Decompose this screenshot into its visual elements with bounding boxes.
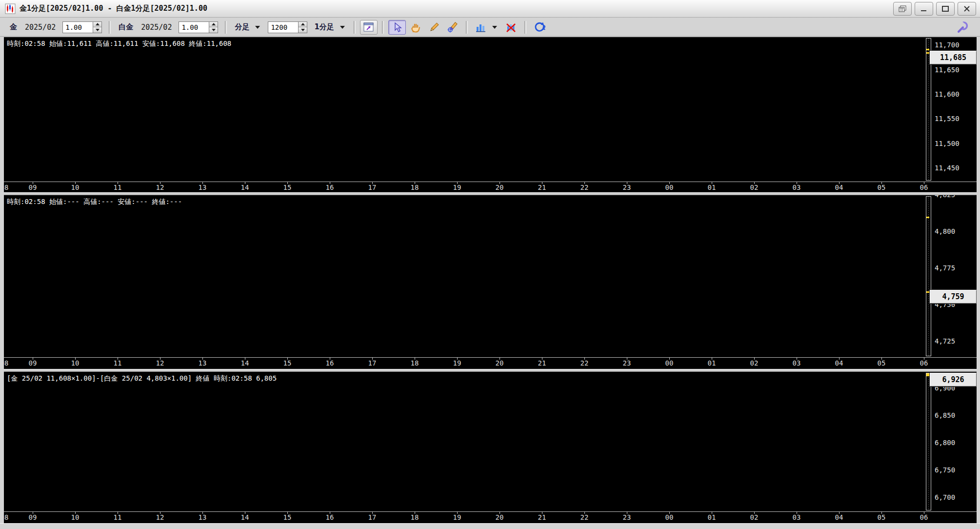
- bar-type-dropdown[interactable]: 分足: [235, 22, 249, 32]
- marker-draw-icon: [446, 21, 459, 33]
- x-axis-label: 14: [238, 513, 252, 521]
- y-axis-label: 6,750: [935, 466, 976, 474]
- chart-select-button[interactable]: [360, 20, 378, 35]
- marker-tool-button[interactable]: [444, 20, 461, 35]
- window-titlebar[interactable]: 金1分足[2025/02]1.00 - 白金1分足[2025/02]1.00: [0, 0, 980, 18]
- interval-dropdown[interactable]: 1分足: [314, 22, 334, 32]
- x-axis-label: 18: [407, 183, 422, 191]
- indicator-add-button[interactable]: [472, 20, 490, 35]
- y-axis-label: 11,450: [935, 164, 976, 172]
- close-button[interactable]: [958, 2, 976, 16]
- chart-panel-background: 4,8254,8004,7754,7504,7254,759: [0, 195, 977, 357]
- spin-up-button[interactable]: [209, 22, 218, 28]
- x-axis-label: 03: [789, 183, 804, 191]
- x-axis-label: 11: [110, 183, 125, 191]
- x-axis-label: 10: [68, 183, 82, 191]
- x-axis-label: 02: [747, 359, 761, 367]
- pencil-tool-button[interactable]: [425, 20, 443, 35]
- restore-windows-button[interactable]: [893, 2, 912, 16]
- x-axis-label: 15: [280, 359, 295, 367]
- indicator-chart-icon: [475, 22, 487, 33]
- spin-down-button[interactable]: [93, 27, 101, 33]
- panel-separator: [0, 192, 980, 195]
- x-axis-label: 02: [747, 513, 761, 521]
- toolbar-separator: [109, 21, 111, 34]
- x-axis-label: 16: [322, 359, 337, 367]
- x-axis-label: 16: [322, 183, 337, 191]
- x-axis-label: 12: [153, 359, 167, 367]
- x-axis-label: 20: [492, 513, 507, 521]
- dropdown-arrow-icon[interactable]: [255, 26, 260, 29]
- x-axis-label: 17: [365, 513, 380, 521]
- dropdown-arrow-icon[interactable]: [492, 26, 497, 29]
- last-price-mark: [926, 52, 929, 54]
- x-axis-label: 02: [747, 183, 761, 191]
- platinum-symbol-label: 白金: [119, 22, 133, 32]
- spread-info: [金 25/02 11,608×1.00]-[白金 25/02 4,803×1.…: [7, 374, 277, 383]
- gold-contract-month: 2025/02: [25, 23, 56, 32]
- pan-tool-button[interactable]: [407, 20, 424, 35]
- x-axis-label: 00: [662, 513, 677, 521]
- reload-icon: [533, 21, 546, 33]
- spin-up-button[interactable]: [299, 22, 307, 28]
- current-price-box: 4,759: [930, 290, 977, 304]
- x-axis-label: 01: [704, 513, 719, 521]
- cursor-icon: [392, 22, 402, 33]
- x-axis-label: 18: [407, 513, 422, 521]
- settings-wrench-icon[interactable]: [957, 20, 969, 35]
- candlestick-app-icon: [5, 3, 16, 14]
- minimize-button[interactable]: [915, 2, 933, 16]
- y-axis-label: 4,825: [935, 195, 976, 199]
- close-icon: [963, 6, 970, 12]
- y-axis-label: 6,850: [935, 411, 976, 419]
- bar-count-value[interactable]: 1200: [268, 21, 298, 33]
- indicator-remove-button[interactable]: [502, 20, 520, 35]
- x-axis-label: 06: [917, 359, 931, 367]
- maximize-button[interactable]: [936, 2, 955, 16]
- spin-down-button[interactable]: [299, 27, 307, 33]
- x-axis-label: 05: [874, 183, 889, 191]
- x-axis-label: 06: [917, 513, 931, 521]
- y-axis-label: 6,700: [935, 493, 976, 501]
- x-axis-label: 17: [365, 359, 380, 367]
- x-axis-label: 21: [535, 513, 549, 521]
- x-axis-label: 23: [620, 359, 634, 367]
- scale-scrollbar[interactable]: [926, 196, 931, 356]
- pencil-draw-icon: [428, 21, 440, 33]
- x-axis-label: 20: [492, 183, 507, 191]
- gold-multiplier-spinner[interactable]: 1.00: [62, 21, 102, 33]
- spin-up-button[interactable]: [93, 22, 101, 28]
- scale-scrollbar[interactable]: [926, 373, 931, 510]
- gold-multiplier-value[interactable]: 1.00: [62, 21, 93, 33]
- x-axis-label: 10: [68, 359, 82, 367]
- x-axis-label: 03: [789, 513, 804, 521]
- x-axis-label: 00: [662, 183, 677, 191]
- y-axis-label: 4,800: [935, 227, 976, 235]
- x-axis-label: 13: [195, 183, 210, 191]
- platinum-multiplier-value[interactable]: 1.00: [179, 21, 209, 33]
- x-axis-label: 11: [110, 359, 125, 367]
- x-axis-label: 09: [25, 513, 40, 521]
- x-axis-label: 09: [25, 359, 40, 367]
- spin-down-button[interactable]: [209, 27, 218, 33]
- toolbar-separator: [225, 21, 227, 34]
- current-price-box: 6,926: [930, 373, 977, 387]
- y-axis-label: 11,650: [935, 66, 976, 74]
- panel-separator: [0, 369, 980, 372]
- x-axis-label: 19: [450, 359, 464, 367]
- last-price-mark: [926, 217, 929, 218]
- y-axis-label: 11,600: [935, 90, 976, 98]
- x-axis-label: 04: [832, 183, 846, 191]
- y-axis-label: 11,700: [935, 41, 976, 49]
- platinum-multiplier-spinner[interactable]: 1.00: [179, 21, 218, 33]
- last-price-mark: [926, 49, 929, 50]
- cursor-tool-button[interactable]: [388, 20, 406, 35]
- x-axis: 0809101112131415161718192021222300010203…: [0, 511, 977, 524]
- last-price-mark: [926, 375, 929, 376]
- y-axis-label: 4,775: [935, 264, 976, 272]
- reload-chart-button[interactable]: [531, 20, 548, 35]
- dropdown-arrow-icon[interactable]: [340, 26, 345, 29]
- window-title: 金1分足[2025/02]1.00 - 白金1分足[2025/02]1.00: [20, 4, 207, 13]
- x-axis-label: 13: [195, 513, 210, 521]
- bar-count-spinner[interactable]: 1200: [268, 21, 307, 33]
